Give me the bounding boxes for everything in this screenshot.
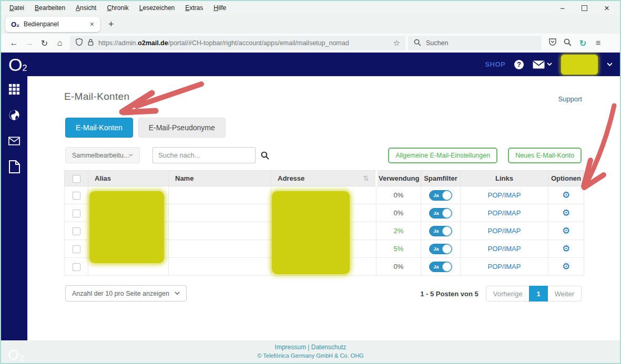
pop-imap-link[interactable]: POP/IMAP [488,191,521,199]
name-cell [169,240,271,258]
search-icon [261,151,269,160]
new-email-account-button[interactable]: Neues E-Mail-Konto [508,148,582,163]
support-link[interactable]: Support [558,95,582,103]
menu-ansicht[interactable]: Ansicht [70,3,101,13]
col-optionen[interactable]: Optionen [548,171,584,186]
toggle-label: Ja [433,192,439,198]
close-window-icon[interactable]: × [604,4,609,13]
sort-icon[interactable]: ⇅ [363,174,369,182]
new-tab-icon[interactable]: + [108,19,114,30]
row-checkbox[interactable] [73,263,80,271]
footer-links: Impressum | Datenschutz [257,343,363,352]
tab-email-pseudonyme[interactable]: E-Mail-Pseudonyme [138,118,226,138]
pagination: 1 - 5 Posten von 5 Vorherige 1 Weiter [420,286,582,301]
page-1-button[interactable]: 1 [529,286,547,301]
tab-close-icon[interactable]: × [90,20,94,28]
menu-bearbeiten[interactable]: Bearbeiten [29,3,70,13]
previous-page-button[interactable]: Vorherige [486,286,530,301]
impressum-link[interactable]: Impressum [275,344,306,351]
name-cell [169,186,271,204]
adresse-column-redacted [272,191,350,274]
app-footer: O₂ Impressum | Datenschutz © Telefónica … [1,340,620,363]
col-alias[interactable]: Alias [88,171,169,186]
next-page-button[interactable]: Weiter [548,286,582,301]
restart-icon[interactable]: ↻ [575,38,591,48]
tab-email-konten[interactable]: E-Mail-Konten [65,118,133,138]
pop-imap-link[interactable]: POP/IMAP [488,209,521,217]
spamfilter-toggle[interactable]: Ja [429,262,452,272]
refresh-icon[interactable]: ↻ [37,38,52,48]
pop-imap-link[interactable]: POP/IMAP [488,245,521,253]
view-tabs: E-Mail-Konten E-Mail-Pseudonyme [65,118,226,138]
browser-search-box[interactable]: Suchen [408,36,542,50]
lock-icon[interactable] [87,38,94,48]
col-name[interactable]: Name [169,171,271,186]
pop-imap-link[interactable]: POP/IMAP [488,263,521,271]
per-page-select[interactable]: Anzahl der 10 pro Seite anzeigen [65,285,187,301]
url-text[interactable]: https://admin.o2mail.de/portal/#CH-topba… [98,39,389,47]
chevron-down-icon [129,153,133,157]
minimize-icon[interactable]: − [560,4,565,12]
menu-hilfe[interactable]: Hilfe [208,3,231,13]
pop-imap-link[interactable]: POP/IMAP [488,227,521,235]
footer-separator: | [308,344,309,351]
url-host: o2mail.de [138,39,168,47]
search-placeholder: Suchen [426,39,448,47]
toggle-knob [442,244,452,254]
spamfilter-toggle[interactable]: Ja [429,208,452,219]
shop-link[interactable]: SHOP [485,60,505,68]
webmail-menu[interactable] [533,60,552,69]
back-icon[interactable]: ← [6,38,22,48]
chevron-down-icon [547,63,552,66]
options-gear-icon[interactable]: ⚙ [562,208,570,218]
globe-icon[interactable] [8,109,20,121]
options-gear-icon[interactable]: ⚙ [562,244,570,254]
options-gear-icon[interactable]: ⚙ [562,262,570,272]
col-adresse[interactable]: Adresse⇅ [271,171,376,186]
bulk-edit-select[interactable]: Sammelbearbeitu... [65,147,140,163]
col-spamfilter[interactable]: Spamfilter [421,171,461,186]
col-verwendung[interactable]: Verwendung [376,171,421,186]
datenschutz-link[interactable]: Datenschutz [311,344,347,351]
menu-datei[interactable]: Datei [4,3,29,13]
mail-sidebar-icon[interactable] [8,135,20,147]
row-checkbox[interactable] [73,210,80,217]
options-gear-icon[interactable]: ⚙ [562,190,570,200]
home-icon[interactable]: ⌂ [52,38,67,48]
menu-extras[interactable]: Extras [180,3,208,13]
o2-logo: O2 [8,56,27,74]
search-input[interactable] [152,147,256,163]
hamburger-menu-icon[interactable]: ≡ [591,38,606,48]
row-checkbox[interactable] [73,245,80,253]
apps-grid-icon[interactable] [8,84,20,95]
col-links[interactable]: Links [461,171,548,186]
shield-icon[interactable] [75,38,83,48]
bookmark-star-icon[interactable]: ☆ [393,38,400,48]
spamfilter-toggle[interactable]: Ja [429,244,452,254]
account-chevron-down-icon[interactable] [607,63,613,67]
toggle-knob [442,191,452,200]
maximize-icon[interactable] [582,5,587,11]
spamfilter-toggle[interactable]: Ja [429,226,452,236]
menu-chronik[interactable]: Chronik [101,3,134,13]
browser-tab[interactable]: O₂ Bedienpanel × [5,17,100,32]
forward-icon[interactable]: → [22,38,37,48]
email-settings-button[interactable]: Allgemeine E-Mail-Einstellungen [388,148,497,163]
help-icon[interactable]: ? [514,60,524,69]
toolbar-search-icon[interactable] [560,38,575,48]
url-bar[interactable]: https://admin.o2mail.de/portal/#CH-topba… [70,36,405,50]
copyright-text: © Telefónica Germany GmbH & Co. OHG [257,352,363,360]
select-all-checkbox[interactable] [73,175,80,183]
row-checkbox[interactable] [73,192,80,200]
pocket-icon[interactable] [545,38,560,48]
spamfilter-toggle[interactable]: Ja [429,190,452,201]
search-submit-button[interactable] [256,147,274,163]
per-page-label: Anzahl der 10 pro Seite anzeigen [72,290,169,297]
menu-lesezeichen[interactable]: Lesezeichen [134,3,180,13]
options-gear-icon[interactable]: ⚙ [562,226,570,236]
document-icon[interactable] [8,161,20,172]
row-checkbox[interactable] [73,227,80,235]
bulk-edit-label: Sammelbearbeitu... [72,152,129,159]
usage-cell: 0% [376,258,421,276]
o2-footer-logo: O₂ [8,348,24,362]
